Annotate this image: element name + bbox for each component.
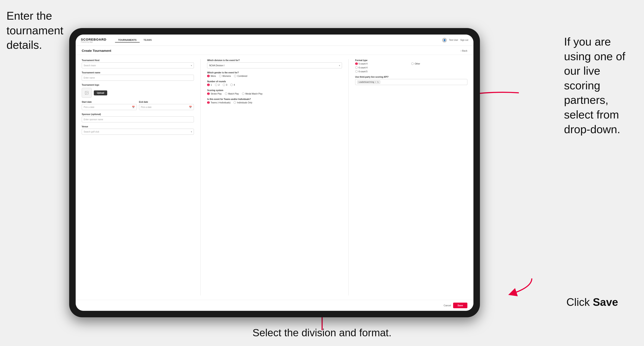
gender-label: Which gender is the event for? [207,71,342,74]
gender-radio-combined[interactable]: Combined [234,75,247,77]
sponsor-input[interactable]: Enter sponsor name [82,116,194,122]
gender-radio-group: Mens Womens Combined [207,75,342,77]
radio-circle-r1 [207,84,210,86]
tag-sort-icon: ⇅ [377,81,379,83]
scoring-radio-stroke[interactable]: Stroke Play [207,92,222,95]
format-type-group: Format type 5 count 4 [355,59,468,73]
radio-circle-r4 [230,84,233,86]
radio-circle-other [411,62,414,65]
tournament-name-label: Tournament name [82,71,194,74]
save-button[interactable]: Save [453,303,468,308]
radio-circle-match [225,92,228,95]
format-radio-5count4[interactable]: 5 count 4 [355,62,412,65]
format-radio-6count5[interactable]: 6 count 5 [355,70,468,73]
rounds-group: Number of rounds 1 2 3 [207,80,342,86]
venue-group: Venue Search golf club ▾ [82,125,194,135]
format-type-label: Format type [355,59,468,61]
gender-radio-womens[interactable]: Womens [219,75,231,77]
page-title: Create Tournament [82,49,111,52]
cancel-button[interactable]: Cancel [444,304,451,307]
tag-close-icon[interactable]: × [375,81,376,83]
tournament-host-placeholder: Search team [84,64,96,67]
form-col-right: Format type 5 count 4 [355,59,468,296]
scoring-label: Scoring system [207,89,342,92]
format-left-3: 6 count 5 [355,70,468,73]
date-row: Start date Pick a date 📅 End date Pick a… [82,101,194,110]
radio-circle-medal [242,92,244,95]
division-input[interactable]: NCAA Division I ▾ [207,62,342,68]
format-right-1: Other [411,62,468,65]
radio-circle-stroke [207,92,210,95]
rounds-radio-4[interactable]: 4 [230,84,235,86]
format-left-2: 6 count 4 [355,66,468,69]
radio-circle-6c4 [355,66,358,69]
brand: SCOREBOARD Powered by clippi [81,37,106,43]
start-date-placeholder: Pick a date [84,106,94,108]
radio-circle-teams [207,101,210,104]
division-chevron-icon: ▾ [339,64,340,67]
annotation-click-save: Click Save [566,295,618,309]
form-footer: Cancel Save [76,300,474,311]
navbar-right: 👤 Test User Sign out [442,38,468,42]
start-date-group: Start date Pick a date 📅 [82,101,137,110]
start-date-input[interactable]: Pick a date 📅 [82,104,137,110]
page-header: Create Tournament ‹ Back [76,46,474,55]
end-date-group: End date Pick a date 📅 [139,101,194,110]
scoring-group: Scoring system Stroke Play Match Play [207,89,342,95]
start-date-label: Start date [82,101,137,103]
chevron-down-icon: ▾ [191,64,192,67]
rounds-radio-1[interactable]: 1 [207,84,212,86]
rounds-label: Number of rounds [207,80,342,83]
gender-group: Which gender is the event for? Mens Wome… [207,71,342,77]
end-date-label: End date [139,101,194,103]
signout-link[interactable]: Sign out [460,39,468,41]
annotation-live-scoring: If you are using one of our live scoring… [564,34,638,137]
rounds-radio-group: 1 2 3 4 [207,84,342,86]
format-type-grid: 5 count 4 Other [355,62,468,73]
event-type-radio-individuals[interactable]: Individuals Only [234,101,252,104]
gender-radio-mens[interactable]: Mens [207,75,216,77]
format-radio-other[interactable]: Other [411,62,420,65]
live-scoring-group: Use third-party live scoring API? Leader… [355,76,468,85]
brand-name: SCOREBOARD [81,37,106,41]
tournament-logo-group: Tournament logo Upload [82,84,194,98]
svg-point-1 [86,92,86,93]
event-type-group: Is this event for Teams and/or Individua… [207,98,342,104]
format-radio-6count4[interactable]: 6 count 4 [355,66,468,69]
tournament-host-input[interactable]: Search team ▾ [82,62,194,68]
sponsor-placeholder: Enter sponsor name [84,118,103,121]
scoring-radio-medal[interactable]: Medal Match Play [242,92,262,95]
event-type-label: Is this event for Teams and/or Individua… [207,98,342,100]
radio-circle-mens [207,75,210,77]
rounds-radio-3[interactable]: 3 [223,84,228,86]
user-name: Test User [449,39,458,41]
form-body: Tournament Host Search team ▾ Tournament… [76,55,474,300]
navbar: SCOREBOARD Powered by clippi TOURNAMENTS… [76,34,474,46]
logo-area: Upload [82,88,194,98]
end-date-placeholder: Pick a date [141,106,152,108]
tablet-frame: SCOREBOARD Powered by clippi TOURNAMENTS… [69,28,480,317]
format-row-3: 6 count 5 [355,70,468,73]
venue-chevron-icon: ▾ [191,131,192,133]
upload-button[interactable]: Upload [94,90,107,95]
tournament-host-label: Tournament Host [82,59,194,61]
tournament-logo-label: Tournament logo [82,84,194,86]
live-scoring-label: Use third-party live scoring API? [355,76,468,78]
nav-tab-tournaments[interactable]: TOURNAMENTS [115,38,140,42]
division-group: Which division is the event for? NCAA Di… [207,59,342,68]
back-button[interactable]: ‹ Back [461,49,468,52]
rounds-radio-2[interactable]: 2 [215,84,220,86]
nav-tab-teams[interactable]: TEAMS [140,38,155,42]
venue-input[interactable]: Search golf club ▾ [82,129,194,135]
tournament-name-group: Tournament name Enter name [82,71,194,81]
division-value: NCAA Division I [209,64,224,67]
sponsor-label: Sponsor (optional) [82,113,194,116]
end-date-input[interactable]: Pick a date 📅 [139,104,194,110]
form-col-left: Tournament Host Search team ▾ Tournament… [82,59,194,296]
tournament-name-input[interactable]: Enter name [82,75,194,81]
venue-label: Venue [82,125,194,128]
format-left-1: 5 count 4 [355,62,412,65]
scoring-radio-match[interactable]: Match Play [225,92,239,95]
event-type-radio-teams[interactable]: Teams (+Individuals) [207,101,230,104]
live-scoring-input[interactable]: Leaderboard King × ⇅ [355,79,468,85]
